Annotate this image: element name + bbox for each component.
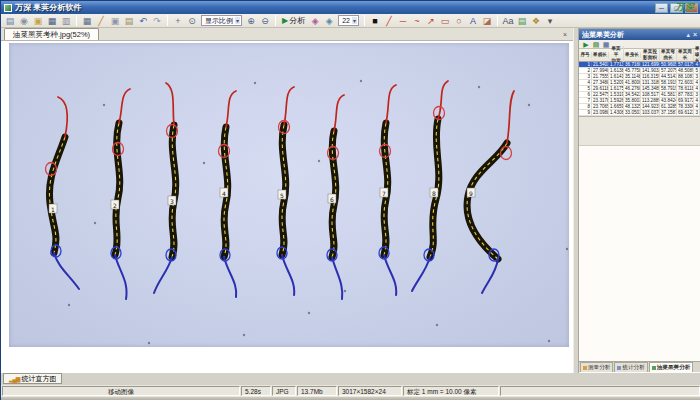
pod-label-number: 1 xyxy=(51,206,55,213)
pod-annotations: 123456789 xyxy=(9,43,569,347)
zoom-window-icon[interactable]: ⊙ xyxy=(185,15,199,27)
panel-header[interactable]: 油菜果荚分析 ▴× xyxy=(579,29,700,40)
pod-beak-trace xyxy=(284,87,294,125)
image-canvas: 123456789 xyxy=(1,41,573,373)
dust-speck xyxy=(566,248,568,250)
table-cell: 121.6996 xyxy=(641,62,660,67)
table-cell: 23.7065 xyxy=(592,104,609,109)
panel-title: 油菜果荚分析 xyxy=(582,29,683,40)
font-style-icon[interactable]: Aa xyxy=(501,15,515,27)
results-table[interactable]: 序号果柄长果荚平 均宽果身长果荚投 影面积果荚弯 曲长果荚周 长果喙长121.5… xyxy=(579,49,700,117)
table-cell: 7 xyxy=(579,98,592,103)
document-tab[interactable]: 油菜黑荚考种.jpg(52%) xyxy=(4,28,99,40)
table-cell: 48.5089 xyxy=(677,68,694,73)
panel-tab-测量分析[interactable]: 测量分析 xyxy=(580,362,613,372)
dust-speck xyxy=(243,334,245,336)
panel-tab-统计分析[interactable]: 统计分析 xyxy=(614,362,647,372)
pod-body[interactable] xyxy=(49,137,65,253)
column-header[interactable]: 果柄长 xyxy=(592,52,609,58)
dust-speck xyxy=(360,80,362,82)
dust-speck xyxy=(318,160,320,162)
pod-body[interactable] xyxy=(467,143,507,259)
analyze-button[interactable]: ▶分析 xyxy=(279,15,308,27)
pod-beak-trace xyxy=(334,95,344,131)
specimen-photo[interactable]: 123456789 xyxy=(9,43,569,347)
dust-speck xyxy=(68,304,70,306)
column-header[interactable]: 序号 xyxy=(579,52,592,58)
image-list-icon[interactable]: ▤ xyxy=(515,15,529,27)
table-cell: 1.5926 xyxy=(609,98,624,103)
zoom-ratio-select[interactable]: 显示比例▾ xyxy=(201,15,242,26)
chevron-down-icon[interactable]: ▾ xyxy=(352,17,357,24)
copy-icon[interactable]: ▣ xyxy=(108,15,122,27)
color-swatch[interactable]: ■ xyxy=(368,15,382,27)
table-cell: 3 xyxy=(579,74,592,79)
font-size-select[interactable]: 22▾ xyxy=(338,15,359,26)
draw-circle-icon[interactable]: ○ xyxy=(452,15,466,27)
draw-pen-icon[interactable]: ╱ xyxy=(382,15,396,27)
pod-pedicel-trace xyxy=(224,257,236,297)
status-mode: 移动图像 xyxy=(2,386,240,396)
open-icon[interactable]: ▣ xyxy=(31,15,45,27)
table-cell: 36.7160 xyxy=(624,62,641,67)
pod-label-number: 5 xyxy=(280,192,284,199)
column-header[interactable]: 果身长 xyxy=(624,52,641,58)
toolbar-separator xyxy=(497,15,498,26)
print-icon[interactable]: ▥ xyxy=(59,15,73,27)
close-icon[interactable]: × xyxy=(693,29,697,40)
run-analysis-icon[interactable]: ▶ xyxy=(581,40,591,49)
draw-line-icon[interactable]: ─ xyxy=(396,15,410,27)
draw-arrow-icon[interactable]: ↗ xyxy=(424,15,438,27)
table-row[interactable]: 923.09881.430833.0503103.037637.158769.6… xyxy=(579,110,700,116)
title-bar[interactable]: 万深 果荚分析软件 ─ □ × xyxy=(1,1,700,14)
column-header[interactable]: 果荚弯 曲长 xyxy=(660,49,677,61)
more-dropdown-icon[interactable]: ▾ xyxy=(543,15,557,27)
table-cell: 108.5177 xyxy=(641,92,660,97)
table-cell: 4 xyxy=(694,86,700,91)
ruler-tool-icon[interactable]: ◈ xyxy=(322,15,336,27)
draw-curve-icon[interactable]: ~ xyxy=(410,15,424,27)
table-cell: 8 xyxy=(579,104,592,109)
redo-icon[interactable]: ↷ xyxy=(150,15,164,27)
panel-tab-油菜果荚分析[interactable]: 油菜果荚分析 xyxy=(649,362,694,372)
paste-icon[interactable]: ▤ xyxy=(122,15,136,27)
app-icon xyxy=(4,4,12,12)
table-cell: 50.9605 xyxy=(660,62,677,67)
save-icon[interactable]: ▦ xyxy=(45,15,59,27)
text-tool-icon[interactable]: A xyxy=(466,15,480,27)
histogram-tab[interactable]: ▂▄▆ 统计直方图 xyxy=(3,373,62,384)
play-icon: ▶ xyxy=(282,16,288,25)
panel-empty-area xyxy=(579,145,700,378)
draw-rect-icon[interactable]: ▭ xyxy=(438,15,452,27)
status-filesize: 13.7Mb xyxy=(297,386,337,396)
column-header[interactable]: 果荚投 影面积 xyxy=(641,49,660,61)
tab-close-icon[interactable]: × xyxy=(563,31,567,38)
export-table-icon[interactable]: ▤ xyxy=(591,40,601,49)
table-cell: 21.5403 xyxy=(592,62,609,67)
zoom-out-icon[interactable]: ⊖ xyxy=(258,15,272,27)
table-cell: 3 xyxy=(694,92,700,97)
zoom-in-icon[interactable]: ⊕ xyxy=(244,15,258,27)
camera-capture-icon[interactable]: ◉ xyxy=(17,15,31,27)
column-header[interactable]: 果荚周 长 xyxy=(677,49,694,61)
pod-label-number: 9 xyxy=(469,190,473,197)
table-cell: 58.1919 xyxy=(660,80,677,85)
status-dimensions: 3017×1582×24 xyxy=(338,386,402,396)
table-cell: 69.9172 xyxy=(677,98,694,103)
erase-icon[interactable]: ◪ xyxy=(480,15,494,27)
save-as-icon[interactable]: ▦ xyxy=(80,15,94,27)
window-title: 万深 果荚分析软件 xyxy=(15,2,653,13)
pan-hand-icon[interactable]: + xyxy=(171,15,185,27)
table-cell: 33.0503 xyxy=(624,110,641,115)
table-cell: 113.2889 xyxy=(641,98,660,103)
mark-tool-icon[interactable]: ◈ xyxy=(308,15,322,27)
collapse-icon[interactable]: ▴ xyxy=(686,29,690,40)
pod-pedicel-trace xyxy=(54,253,79,289)
table-cell: 1.6659 xyxy=(609,104,624,109)
chevron-down-icon[interactable]: ▾ xyxy=(235,17,240,24)
undo-icon[interactable]: ↶ xyxy=(136,15,150,27)
minimize-button[interactable]: ─ xyxy=(655,3,668,13)
new-icon[interactable]: ▤ xyxy=(3,15,17,27)
edit-pen-icon[interactable]: ╱ xyxy=(94,15,108,27)
palette-icon[interactable]: ❖ xyxy=(529,15,543,27)
